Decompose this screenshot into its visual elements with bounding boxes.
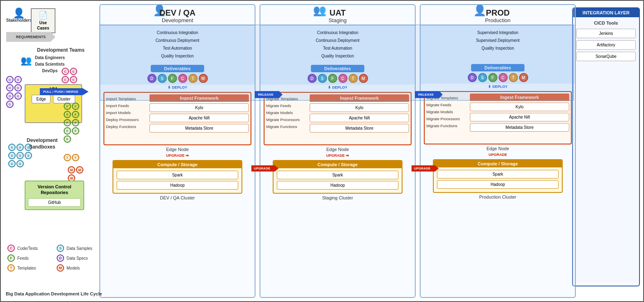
prod-ci1: Supervised Integration bbox=[429, 29, 567, 37]
dev-deliverables-circles: D S F C T M bbox=[104, 74, 251, 83]
vm-edge: Edge bbox=[32, 95, 50, 103]
uat-del-f: F bbox=[328, 74, 337, 83]
dev-deploy-label: ⬇ DEPLOY bbox=[100, 85, 255, 90]
del-d: D bbox=[147, 74, 156, 83]
integration-layer: INTEGRATION LAYER CICD Tools Jenkins Art… bbox=[572, 7, 640, 286]
dev-team-persons: 👥 bbox=[21, 55, 32, 66]
dev-kylo: Kylo bbox=[150, 103, 249, 112]
pull-push-arrow: PULL / PUSH / MERGE bbox=[40, 88, 89, 95]
d-bubble: D bbox=[14, 84, 22, 92]
del-s: S bbox=[158, 74, 167, 83]
prod-upgrade-label: UPGRADE bbox=[421, 152, 575, 158]
dev-deploy-processors: Deploy Processors bbox=[106, 116, 147, 123]
uat-del-s: S bbox=[318, 74, 327, 83]
left-panel: 👤 Stakeholders 📄 UseCases REQUIREMENTS D… bbox=[4, 4, 99, 295]
uat-migrate-functions: Migrate Functions bbox=[266, 123, 307, 130]
version-control-box: Version ControlRepositories GitHub bbox=[25, 181, 84, 210]
legend-c-icon: C bbox=[7, 245, 15, 252]
f-bubble-cluster: F F F F F F F F F bbox=[64, 103, 86, 143]
stakeholders-icon: 👤 bbox=[6, 8, 32, 18]
prod-ingest-right: Ingest Framework Kylo Apache Nifi Metada… bbox=[470, 94, 569, 142]
uat-migrate-feeds: Migrate Feeds bbox=[266, 102, 307, 109]
prod-compute-title: Compute / Storage bbox=[434, 160, 562, 167]
prod-kylo: Kylo bbox=[470, 103, 569, 111]
dev-ingest-outer: Import Templates Import Feeds Import Mod… bbox=[104, 92, 251, 145]
dev-ingest-title: Ingest Framework bbox=[150, 94, 249, 102]
legend-m-label: Models bbox=[67, 266, 80, 270]
uat-cluster-label: Staging Cluster bbox=[260, 195, 415, 200]
dev-edge-node: Edge Node bbox=[100, 147, 255, 153]
c-bubble: C bbox=[70, 68, 77, 75]
legend-area: C Code/Tests S Data Samples F Feeds D Da… bbox=[7, 245, 100, 273]
upgrade-arrow-1: UPGRADE bbox=[251, 165, 278, 172]
cicd-tools-title: CICD Tools bbox=[576, 21, 636, 25]
prod-cicd-block: Supervised Integration Supervised Deploy… bbox=[421, 25, 575, 62]
prod-ingest-left: Migrate Templates Migrate Feeds Migrate … bbox=[426, 94, 467, 142]
uat-cicd-block: Continuous Integration Continuous Deploy… bbox=[260, 25, 415, 63]
prod-ci3: Quality Inspection bbox=[429, 44, 567, 52]
upgrade-2-label: UPGRADE bbox=[412, 165, 439, 172]
role-scientists: Data Scientists bbox=[35, 61, 65, 68]
uat-deliverables-circles: D S F C T M bbox=[264, 74, 412, 83]
dev-compute-outer: Compute / Storage Spark Hadoop bbox=[113, 160, 242, 194]
d-bubble: D bbox=[14, 92, 22, 100]
uat-nifi: Apache Nifi bbox=[310, 114, 409, 122]
prod-nifi: Apache Nifi bbox=[470, 113, 569, 121]
c-bubble: C bbox=[62, 76, 69, 83]
uat-edge-node: Edge Node bbox=[260, 147, 415, 153]
dev-stage: DEV / QA bbox=[102, 8, 253, 17]
dev-ingest-left: Import Templates Import Feeds Import Mod… bbox=[106, 94, 147, 143]
uat-ci1: Continuous Integration bbox=[269, 29, 407, 37]
s-bubble: S bbox=[16, 144, 24, 151]
dev-deploy-functions: Deploy Functions bbox=[106, 123, 147, 130]
uat-ingest-left: Migrate Templates Migrate Feeds Migrate … bbox=[266, 94, 307, 143]
uat-migrate-models: Migrate Models bbox=[266, 109, 307, 116]
uat-del-t: T bbox=[349, 74, 358, 83]
prod-metadata: Metadata Store bbox=[470, 123, 569, 132]
d-bubble: D bbox=[6, 76, 14, 83]
cicd-artifactory: Artifactory bbox=[576, 40, 636, 50]
dev-metadata: Metadata Store bbox=[150, 124, 249, 133]
requirements-label: REQUIREMENTS bbox=[6, 32, 55, 42]
prod-del-f: F bbox=[488, 73, 497, 82]
cicd-sonarqube: SonarQube bbox=[576, 52, 636, 61]
legend-data-specs: D Data Specs bbox=[57, 254, 100, 262]
requirements-arrow: REQUIREMENTS bbox=[6, 32, 55, 42]
env-col-prod: PROD Production Supervised Integration S… bbox=[420, 4, 576, 298]
prod-deploy-label: ⬇ DEPLOY bbox=[421, 84, 575, 89]
s-bubble: S bbox=[8, 152, 16, 159]
del-f: F bbox=[168, 74, 177, 83]
prod-del-s: S bbox=[478, 73, 487, 82]
use-cases-box: 📄 UseCases bbox=[31, 8, 55, 33]
legend-d-icon: D bbox=[57, 254, 64, 262]
bottom-label: Big Data Application Development Life Cy… bbox=[6, 291, 102, 296]
legend-models: M Models bbox=[57, 264, 100, 272]
prod-spark: Spark bbox=[437, 170, 559, 178]
prod-ci2: Supervised Deployment bbox=[429, 37, 567, 44]
uat-subtitle: Staging bbox=[262, 17, 413, 23]
prod-migrate-feeds: Migrate Feeds bbox=[426, 101, 467, 108]
cicd-jenkins: Jenkins bbox=[576, 29, 636, 38]
f-bubble: F bbox=[64, 103, 71, 110]
s-bubble: S bbox=[8, 160, 16, 167]
del-t: T bbox=[189, 74, 198, 83]
uat-del-c: C bbox=[338, 74, 347, 83]
d-bubble: D bbox=[6, 92, 14, 100]
dev-upgrade-label: UPGRADE ➡ bbox=[100, 153, 255, 158]
release-arrow-2: RELEASE bbox=[415, 91, 443, 98]
d-bubble-cluster: D D D D D D D bbox=[6, 76, 25, 108]
f-bubble: F bbox=[72, 119, 79, 126]
env-col-dev: DEV / QA Development Continuous Integrat… bbox=[99, 4, 255, 298]
uat-deploy-label: ⬇ DEPLOY bbox=[260, 85, 415, 90]
prod-compute-outer: Compute / Storage Spark Hadoop bbox=[433, 159, 563, 193]
legend-feeds: F Feeds bbox=[7, 254, 51, 262]
dev-import-templates: Import Templates bbox=[106, 95, 147, 102]
dev-ingest-right: Ingest Framework Kylo Apache Nifi Metada… bbox=[150, 94, 249, 143]
t-bubble-cluster: T T bbox=[64, 154, 80, 161]
c-bubble: C bbox=[70, 76, 77, 83]
s-bubble: S bbox=[8, 144, 16, 151]
main-container: 👤 Stakeholders 📄 UseCases REQUIREMENTS D… bbox=[0, 0, 644, 302]
uat-compute-title: Compute / Storage bbox=[274, 161, 402, 168]
t-bubble: T bbox=[72, 154, 79, 161]
legend-templates: T Templates bbox=[7, 264, 51, 272]
